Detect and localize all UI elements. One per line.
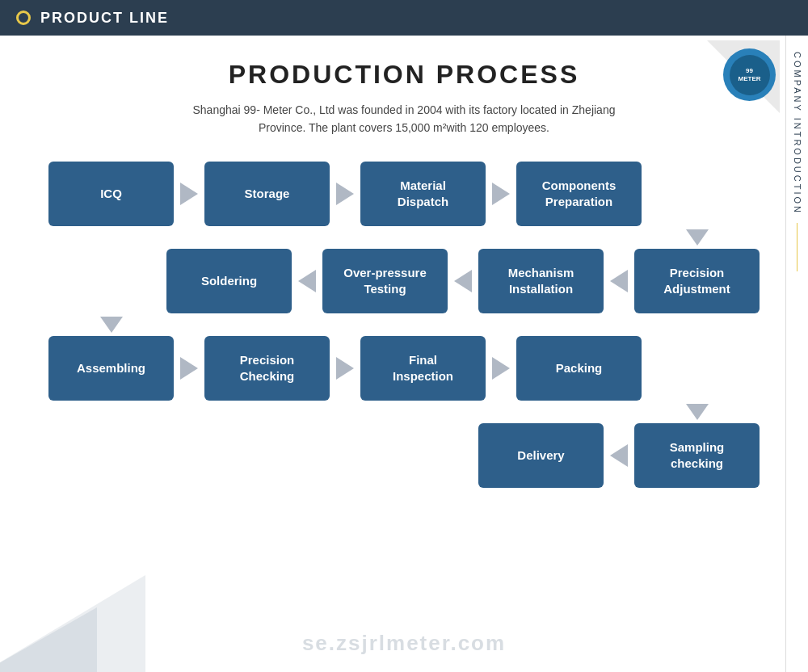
flow-box-over-pressure-testing: Over-pressure Testing [322,249,448,313]
arrow-right-1 [180,183,198,205]
down-arrow-left-2 [48,317,760,333]
header: PRODUCT LINE [0,0,808,36]
arrow-left-2 [454,270,472,292]
flow-box-sampling-checking: Sampling checking [634,423,760,488]
arrow-right-5 [336,357,354,380]
flow-row-1: ICQ Storage Material Dispatch Components… [48,162,760,226]
arrow-right-3 [492,183,510,205]
header-circle-icon [16,10,31,25]
arrow-down-icon-3 [686,404,709,420]
arrow-right-6 [492,357,510,380]
flow-box-precision-checking: Precision Checking [204,336,330,401]
triangle-2 [0,607,97,672]
arrow-right-2 [336,183,354,205]
down-arrow-right-3 [48,404,760,420]
flow-box-soldering: Soldering [166,249,292,313]
flow-box-packing: Packing [516,336,642,401]
flow-row-3: Assembling Precision Checking Final Insp… [48,336,760,401]
triangle-decoration-left [0,575,162,672]
flow-box-final-inspection: Final Inspection [360,336,486,401]
flow-box-icq: ICQ [48,162,174,226]
header-title: PRODUCT LINE [40,10,169,27]
arrow-down-icon-1 [686,229,709,246]
down-arrow-right-1 [48,229,760,246]
flow-box-mechanism-installation: Mechanism Installation [478,249,604,313]
page-subtitle: Shanghai 99- Meter Co., Ltd was founded … [32,101,776,137]
flow-box-components-preparation: Components Preparation [516,162,642,226]
flow-box-assembling: Assembling [48,336,174,401]
arrow-left-3 [298,270,316,292]
flow-row-2: Precision Adjustment Mechanism Installat… [48,249,760,313]
arrow-left-1 [610,270,628,292]
page-title: PRODUCTION PROCESS [32,60,776,90]
flow-box-material-dispatch: Material Dispatch [360,162,486,226]
flow-diagram: ICQ Storage Material Dispatch Components… [32,162,776,488]
flow-box-storage: Storage [204,162,330,226]
flow-box-delivery: Delivery [478,423,604,488]
main-content: PRODUCTION PROCESS Shanghai 99- Meter Co… [0,36,808,504]
flow-row-4: Delivery Sampling checking [48,423,760,488]
flow-box-precision-adjustment: Precision Adjustment [634,249,760,313]
arrow-left-4 [610,444,628,467]
arrow-down-icon-2 [100,317,123,333]
arrow-right-4 [180,357,198,380]
